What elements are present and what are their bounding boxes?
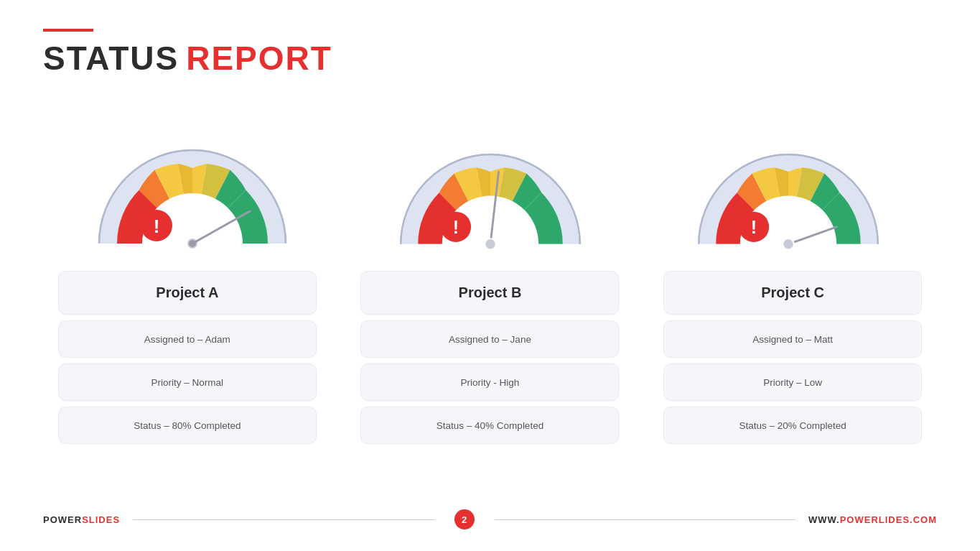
card-c-title: Project C: [761, 284, 824, 300]
gauge-c: !: [684, 137, 892, 258]
footer-line-right: [495, 519, 795, 520]
card-b-priority: Priority - High: [461, 377, 520, 388]
footer-brand: POWERSLIDES: [43, 514, 120, 525]
svg-text:!: !: [452, 217, 458, 237]
gauge-b-container: !: [368, 137, 612, 258]
card-a-assigned-box: Assigned to – Adam: [58, 320, 317, 358]
title-status: STATUS: [43, 39, 179, 78]
card-c-priority: Priority – Low: [763, 377, 822, 388]
card-c-status: Status – 20% Completed: [739, 420, 846, 431]
footer-brand-dark: POWER: [43, 514, 82, 525]
footer-page-number: 2: [454, 509, 475, 529]
gauges-row: !: [43, 132, 937, 258]
card-c-status-box: Status – 20% Completed: [663, 407, 922, 444]
card-a-priority: Priority – Normal: [151, 377, 224, 388]
header-accent-line: [43, 29, 93, 32]
card-b-assigned: Assigned to – Jane: [449, 334, 531, 345]
card-c-assigned: Assigned to – Matt: [752, 334, 833, 345]
svg-text:!: !: [750, 217, 756, 237]
card-a-assigned: Assigned to – Adam: [144, 334, 230, 345]
footer-website-red: POWERLIDES.COM: [840, 514, 937, 525]
header-title: STATUS REPORT: [43, 39, 937, 78]
card-b-status: Status – 40% Completed: [437, 420, 543, 431]
card-b-assigned-box: Assigned to – Jane: [360, 320, 619, 358]
gauge-a-container: !: [70, 132, 314, 258]
gauge-a: !: [85, 132, 300, 258]
svg-point-6: [189, 240, 196, 247]
header: STATUS REPORT: [43, 29, 937, 78]
footer-line-left: [133, 519, 434, 520]
card-a-title-box: Project A: [58, 271, 317, 315]
footer: POWERSLIDES 2 WWW.POWERLIDES.COM: [43, 502, 937, 529]
gauge-b: !: [386, 137, 594, 258]
svg-point-20: [783, 239, 793, 249]
card-c-title-box: Project C: [663, 271, 922, 315]
card-b-title: Project B: [459, 284, 522, 300]
card-project-c: Project C Assigned to – Matt Priority – …: [663, 271, 922, 444]
card-a-status-box: Status – 80% Completed: [58, 407, 317, 444]
card-b-priority-box: Priority - High: [360, 364, 619, 401]
footer-brand-red: SLIDES: [82, 514, 120, 525]
card-a-priority-box: Priority – Normal: [58, 364, 317, 401]
card-b-status-box: Status – 40% Completed: [360, 407, 619, 444]
cards-row: Project A Assigned to – Adam Priority – …: [43, 271, 937, 444]
card-c-priority-box: Priority – Low: [663, 364, 922, 401]
gauge-c-container: !: [666, 137, 910, 258]
card-c-assigned-box: Assigned to – Matt: [663, 320, 922, 358]
footer-website-dark: WWW.: [808, 514, 840, 525]
card-a-title: Project A: [156, 284, 218, 300]
page: STATUS REPORT: [0, 0, 980, 551]
svg-point-13: [485, 239, 495, 249]
card-project-b: Project B Assigned to – Jane Priority - …: [360, 271, 619, 444]
card-a-status: Status – 80% Completed: [134, 420, 241, 431]
card-project-a: Project A Assigned to – Adam Priority – …: [58, 271, 317, 444]
card-b-title-box: Project B: [360, 271, 619, 315]
svg-text:!: !: [153, 216, 159, 237]
main-content: !: [43, 85, 937, 491]
footer-website: WWW.POWERLIDES.COM: [808, 514, 937, 525]
title-report: REPORT: [186, 39, 332, 78]
